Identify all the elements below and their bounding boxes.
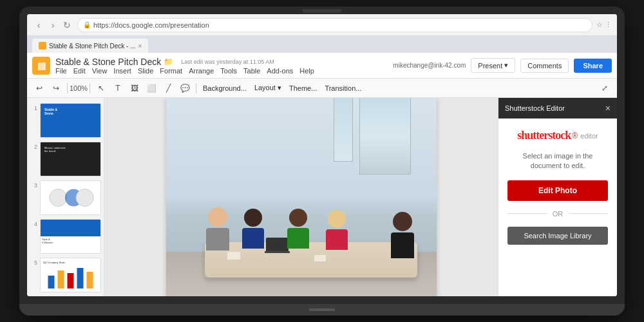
cursor-tool[interactable]: ↖ bbox=[94, 81, 108, 95]
comments-button[interactable]: Comments bbox=[520, 59, 569, 73]
shutterstock-editor-text: editor bbox=[580, 132, 598, 140]
back-button[interactable]: ‹ bbox=[32, 19, 45, 32]
slide-thumb-3[interactable]: 3 bbox=[30, 180, 101, 215]
menu-insert[interactable]: Insert bbox=[113, 67, 131, 75]
panel-header: Shutterstock Editor × bbox=[498, 98, 617, 118]
slide-number-3: 3 bbox=[30, 182, 37, 189]
comment-tool[interactable]: 💬 bbox=[178, 81, 192, 95]
slide-thumb-5[interactable]: 5 Q4 Company Stats bbox=[30, 258, 101, 292]
svg-rect-6 bbox=[77, 268, 84, 289]
panel-close-button[interactable]: × bbox=[605, 103, 611, 113]
laptop-bottom bbox=[19, 304, 625, 316]
user-email: mikechange@ink-42.com bbox=[393, 62, 466, 69]
toolbar-divider-2 bbox=[90, 83, 90, 93]
menu-bar: File Edit View Insert Slide Format Arran… bbox=[55, 67, 314, 75]
or-text: OR bbox=[553, 210, 564, 218]
svg-point-0 bbox=[50, 189, 67, 207]
redo-button[interactable]: ↪ bbox=[49, 81, 63, 95]
present-dropdown-icon: ▾ bbox=[504, 61, 508, 70]
svg-point-2 bbox=[76, 189, 93, 207]
zoom-button[interactable]: 100% bbox=[71, 81, 86, 95]
last-edit-text: Last edit was yesterday at 11:05 AM bbox=[181, 59, 274, 65]
or-divider: OR bbox=[507, 210, 608, 218]
menu-addons[interactable]: Add-ons bbox=[267, 67, 293, 75]
slide-preview-4[interactable]: Style &Collection bbox=[40, 219, 101, 254]
menu-view[interactable]: View bbox=[92, 67, 108, 75]
tab-title: Stable & Stone Pitch Deck - ... bbox=[49, 43, 136, 50]
shutterstock-logo-text: shutterstock bbox=[517, 129, 571, 142]
expand-button[interactable]: ⤢ bbox=[598, 81, 612, 95]
slide-thumb-4[interactable]: 4 Style &Collection bbox=[30, 219, 101, 254]
layout-dropdown[interactable]: Layout ▾ bbox=[252, 82, 284, 93]
edit-photo-button[interactable]: Edit Photo bbox=[507, 180, 608, 201]
menu-file[interactable]: File bbox=[55, 67, 67, 75]
toolbar-divider-1 bbox=[67, 83, 68, 93]
comments-label: Comments bbox=[527, 62, 562, 70]
shutterstock-panel: Shutterstock Editor × shutterstock® edit… bbox=[498, 98, 617, 296]
transition-dropdown[interactable]: Transition... bbox=[322, 83, 364, 93]
menu-format[interactable]: Format bbox=[160, 67, 182, 75]
browser-tab[interactable]: Stable & Stone Pitch Deck - ... × bbox=[32, 39, 148, 53]
canvas-area bbox=[104, 98, 498, 296]
laptop-hinge bbox=[309, 308, 335, 311]
browser-bar: ‹ › ↻ 🔒 https://docs.google.com/presenta… bbox=[27, 14, 617, 36]
shape-tool[interactable]: ⬜ bbox=[144, 81, 158, 95]
tab-favicon bbox=[39, 42, 46, 50]
svg-rect-3 bbox=[48, 276, 55, 289]
undo-button[interactable]: ↩ bbox=[32, 81, 46, 95]
or-line-left bbox=[507, 213, 547, 214]
star-icon[interactable]: ☆ bbox=[596, 21, 603, 29]
slide-number-2: 2 bbox=[30, 144, 37, 150]
menu-edit[interactable]: Edit bbox=[73, 67, 86, 75]
slide-preview-1[interactable]: Stable &Stone bbox=[40, 103, 101, 138]
browser-actions: ☆ ⋮ bbox=[596, 21, 612, 29]
background-dropdown[interactable]: Background... bbox=[200, 83, 249, 93]
shutterstock-logo: shutterstock® editor bbox=[517, 129, 598, 142]
slides-panel: 1 Stable &Stone 2 Mission statement:th bbox=[27, 98, 104, 296]
slide-thumb-2[interactable]: 2 Mission statement:the brand. bbox=[30, 142, 101, 176]
panel-body: shutterstock® editor Select an image in … bbox=[498, 118, 617, 255]
svg-rect-7 bbox=[87, 272, 93, 289]
or-line-right bbox=[568, 213, 608, 214]
main-content: 1 Stable &Stone 2 Mission statement:th bbox=[27, 98, 617, 296]
forward-button[interactable]: › bbox=[46, 19, 59, 32]
menu-arrange[interactable]: Arrange bbox=[189, 67, 214, 75]
menu-slide[interactable]: Slide bbox=[138, 67, 153, 75]
menu-dots-icon[interactable]: ⋮ bbox=[605, 21, 612, 29]
menu-help[interactable]: Help bbox=[299, 67, 314, 75]
svg-rect-5 bbox=[68, 273, 74, 289]
slide-preview-5[interactable]: Q4 Company Stats bbox=[40, 258, 101, 292]
search-image-library-button[interactable]: Search Image Library bbox=[507, 227, 608, 245]
slide-thumb-1[interactable]: 1 Stable &Stone bbox=[30, 103, 101, 138]
share-button[interactable]: Share bbox=[574, 59, 612, 73]
shutterstock-logo-dot: ® bbox=[572, 131, 578, 140]
menu-table[interactable]: Table bbox=[243, 67, 260, 75]
app-header: ▤ Stable & Stone Pitch Deck 📁 Last edit … bbox=[27, 53, 617, 79]
doc-title-area: Stable & Stone Pitch Deck 📁 Last edit wa… bbox=[55, 57, 314, 75]
address-bar[interactable]: 🔒 https://docs.google.com/presentation bbox=[77, 18, 592, 32]
tab-bar: Stable & Stone Pitch Deck - ... × bbox=[27, 36, 617, 53]
slides-icon-symbol: ▤ bbox=[37, 61, 46, 71]
folder-icon[interactable]: 📁 bbox=[164, 57, 173, 66]
image-tool[interactable]: 🖼 bbox=[128, 81, 142, 95]
browser-nav-buttons: ‹ › ↻ bbox=[32, 19, 73, 32]
toolbar: ↩ ↪ 100% ↖ T 🖼 ⬜ ╱ 💬 Background... Layou… bbox=[27, 79, 617, 98]
present-button[interactable]: Present ▾ bbox=[471, 58, 515, 73]
slide-preview-3[interactable] bbox=[40, 180, 101, 215]
slide-canvas[interactable] bbox=[166, 98, 437, 296]
laptop-screen: ‹ › ↻ 🔒 https://docs.google.com/presenta… bbox=[27, 14, 617, 296]
laptop-notch bbox=[303, 9, 341, 13]
text-tool[interactable]: T bbox=[111, 81, 125, 95]
slide2-text: Mission statement:the brand. bbox=[44, 146, 66, 153]
line-tool[interactable]: ╱ bbox=[161, 81, 175, 95]
slide-preview-2[interactable]: Mission statement:the brand. bbox=[40, 142, 101, 176]
lock-icon: 🔒 bbox=[83, 21, 91, 28]
tab-close-button[interactable]: × bbox=[138, 43, 142, 50]
toolbar-divider-3 bbox=[196, 83, 196, 93]
doc-title: Stable & Stone Pitch Deck bbox=[55, 57, 161, 67]
menu-tools[interactable]: Tools bbox=[220, 67, 237, 75]
theme-dropdown[interactable]: Theme... bbox=[287, 83, 319, 93]
refresh-button[interactable]: ↻ bbox=[61, 19, 73, 32]
slide-number-1: 1 bbox=[30, 105, 37, 111]
url-text: https://docs.google.com/presentation bbox=[93, 21, 209, 29]
